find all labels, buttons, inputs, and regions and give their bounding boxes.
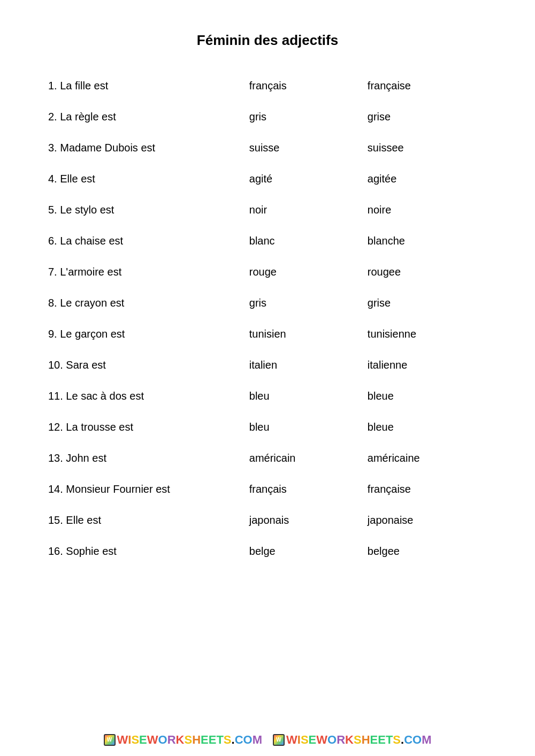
masculine-cell: agité xyxy=(244,163,362,194)
table-row: 15. Elle estjaponaisjaponaise xyxy=(43,505,492,536)
feminine-cell: grise xyxy=(362,287,492,318)
table-row: 5. Le stylo estnoirnoire xyxy=(43,194,492,225)
footer-icon-2: W xyxy=(273,734,285,746)
feminine-cell: grise xyxy=(362,101,492,132)
table-row: 16. Sophie estbelgebelgee xyxy=(43,536,492,567)
masculine-cell: noir xyxy=(244,194,362,225)
feminine-cell: bleue xyxy=(362,380,492,411)
masculine-cell: italien xyxy=(244,349,362,380)
table-row: 13. John estaméricainaméricaine xyxy=(43,442,492,474)
masculine-cell: français xyxy=(244,70,362,101)
sentence-cell: 13. John est xyxy=(43,442,244,474)
table-row: 10. Sara estitalienitalienne xyxy=(43,349,492,380)
masculine-cell: français xyxy=(244,474,362,505)
feminine-cell: rougee xyxy=(362,256,492,287)
masculine-cell: bleu xyxy=(244,411,362,442)
feminine-cell: blanche xyxy=(362,225,492,256)
table-row: 2. La règle estgrisgrise xyxy=(43,101,492,132)
masculine-cell: tunisien xyxy=(244,318,362,349)
table-row: 7. L'armoire estrougerougee xyxy=(43,256,492,287)
masculine-cell: bleu xyxy=(244,380,362,411)
table-row: 8. Le crayon estgrisgrise xyxy=(43,287,492,318)
footer-brand-2: W WISEWORKSHEETS.COM xyxy=(273,733,432,747)
sentence-cell: 11. Le sac à dos est xyxy=(43,380,244,411)
sentence-cell: 14. Monsieur Fournier est xyxy=(43,474,244,505)
feminine-cell: belgee xyxy=(362,536,492,567)
feminine-cell: agitée xyxy=(362,163,492,194)
sentence-cell: 10. Sara est xyxy=(43,349,244,380)
masculine-cell: gris xyxy=(244,287,362,318)
feminine-cell: française xyxy=(362,70,492,101)
table-row: 1. La fille estfrançaisfrançaise xyxy=(43,70,492,101)
feminine-cell: tunisienne xyxy=(362,318,492,349)
sentence-cell: 15. Elle est xyxy=(43,505,244,536)
footer: W WISEWORKSHEETS.COM W WISEWORKSHEETS.CO… xyxy=(0,724,535,756)
feminine-cell: suissee xyxy=(362,132,492,163)
table-row: 12. La trousse estbleubleue xyxy=(43,411,492,442)
masculine-cell: suisse xyxy=(244,132,362,163)
sentence-cell: 12. La trousse est xyxy=(43,411,244,442)
sentence-cell: 5. Le stylo est xyxy=(43,194,244,225)
feminine-cell: noire xyxy=(362,194,492,225)
feminine-cell: française xyxy=(362,474,492,505)
masculine-cell: gris xyxy=(244,101,362,132)
sentence-cell: 2. La règle est xyxy=(43,101,244,132)
masculine-cell: japonais xyxy=(244,505,362,536)
feminine-cell: italienne xyxy=(362,349,492,380)
footer-brand-1: W WISEWORKSHEETS.COM xyxy=(104,733,263,747)
masculine-cell: américain xyxy=(244,442,362,474)
sentence-cell: 9. Le garçon est xyxy=(43,318,244,349)
footer-brand-text-2: WISEWORKSHEETS.COM xyxy=(286,733,432,747)
sentence-cell: 8. Le crayon est xyxy=(43,287,244,318)
exercise-table: 1. La fille estfrançaisfrançaise2. La rè… xyxy=(43,70,492,567)
masculine-cell: rouge xyxy=(244,256,362,287)
masculine-cell: blanc xyxy=(244,225,362,256)
feminine-cell: américaine xyxy=(362,442,492,474)
table-row: 14. Monsieur Fournier estfrançaisfrançai… xyxy=(43,474,492,505)
sentence-cell: 3. Madame Dubois est xyxy=(43,132,244,163)
table-row: 11. Le sac à dos estbleubleue xyxy=(43,380,492,411)
table-row: 4. Elle estagitéagitée xyxy=(43,163,492,194)
sentence-cell: 6. La chaise est xyxy=(43,225,244,256)
table-row: 6. La chaise estblancblanche xyxy=(43,225,492,256)
table-row: 9. Le garçon esttunisientunisienne xyxy=(43,318,492,349)
masculine-cell: belge xyxy=(244,536,362,567)
page-title: Féminin des adjectifs xyxy=(43,32,492,49)
footer-brand-text-1: WISEWORKSHEETS.COM xyxy=(117,733,263,747)
feminine-cell: japonaise xyxy=(362,505,492,536)
table-row: 3. Madame Dubois estsuissesuissee xyxy=(43,132,492,163)
sentence-cell: 4. Elle est xyxy=(43,163,244,194)
footer-icon-1: W xyxy=(104,734,116,746)
sentence-cell: 1. La fille est xyxy=(43,70,244,101)
page-container: Féminin des adjectifs 1. La fille estfra… xyxy=(0,0,535,620)
sentence-cell: 7. L'armoire est xyxy=(43,256,244,287)
sentence-cell: 16. Sophie est xyxy=(43,536,244,567)
feminine-cell: bleue xyxy=(362,411,492,442)
